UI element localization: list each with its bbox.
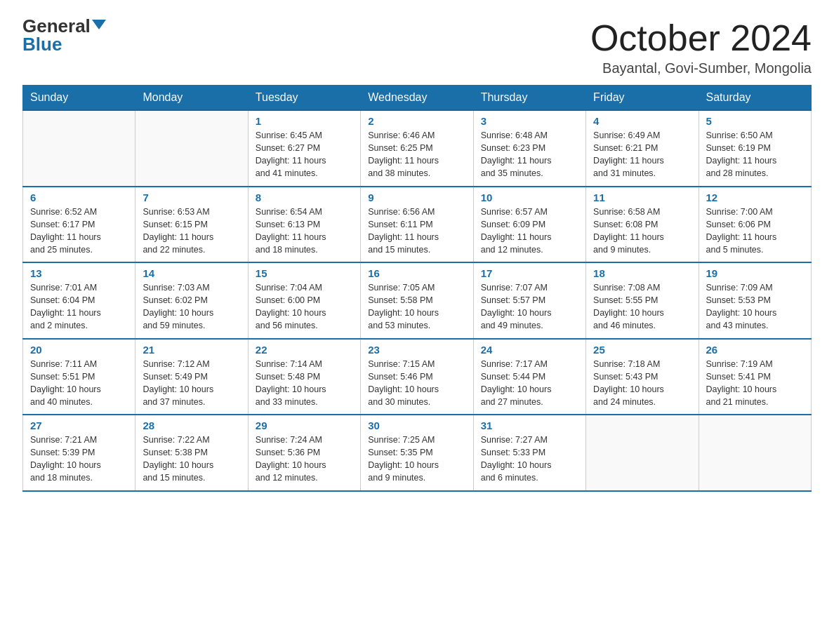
table-row: 10Sunrise: 6:57 AMSunset: 6:09 PMDayligh… [473, 187, 585, 263]
table-row: 25Sunrise: 7:18 AMSunset: 5:43 PMDayligh… [586, 339, 699, 415]
logo-triangle-icon [92, 20, 106, 29]
day-info: Sunrise: 6:46 AMSunset: 6:25 PMDaylight:… [368, 129, 465, 180]
day-info: Sunrise: 7:07 AMSunset: 5:57 PMDaylight:… [481, 281, 578, 333]
table-row: 7Sunrise: 6:53 AMSunset: 6:15 PMDaylight… [135, 187, 248, 263]
day-info: Sunrise: 7:18 AMSunset: 5:43 PMDaylight:… [593, 358, 691, 409]
day-info: Sunrise: 6:57 AMSunset: 6:09 PMDaylight:… [481, 206, 578, 257]
day-number: 4 [593, 115, 691, 127]
day-number: 8 [256, 192, 353, 203]
day-info: Sunrise: 7:22 AMSunset: 5:38 PMDaylight:… [143, 434, 240, 485]
header-tuesday: Tuesday [248, 86, 360, 111]
table-row [23, 110, 135, 187]
table-row: 3Sunrise: 6:48 AMSunset: 6:23 PMDaylight… [473, 110, 585, 187]
table-row: 31Sunrise: 7:27 AMSunset: 5:33 PMDayligh… [473, 415, 585, 491]
day-number: 18 [593, 267, 691, 279]
table-row: 15Sunrise: 7:04 AMSunset: 6:00 PMDayligh… [248, 262, 360, 339]
calendar-week-row: 6Sunrise: 6:52 AMSunset: 6:17 PMDaylight… [23, 187, 812, 263]
calendar-header-row: Sunday Monday Tuesday Wednesday Thursday… [23, 86, 812, 111]
table-row: 13Sunrise: 7:01 AMSunset: 6:04 PMDayligh… [23, 262, 135, 339]
table-row: 2Sunrise: 6:46 AMSunset: 6:25 PMDaylight… [361, 110, 473, 187]
table-row: 5Sunrise: 6:50 AMSunset: 6:19 PMDaylight… [699, 110, 811, 187]
day-number: 12 [706, 192, 804, 203]
day-number: 11 [593, 192, 691, 203]
day-number: 19 [706, 267, 804, 279]
page-header: General Blue October 2024 Bayantal, Govi… [22, 17, 812, 76]
day-number: 29 [256, 420, 353, 431]
day-info: Sunrise: 7:25 AMSunset: 5:35 PMDaylight:… [368, 434, 465, 485]
day-number: 2 [368, 115, 465, 127]
calendar-title: October 2024 [590, 17, 812, 59]
calendar-table: Sunday Monday Tuesday Wednesday Thursday… [22, 85, 812, 492]
header-wednesday: Wednesday [361, 86, 473, 111]
header-thursday: Thursday [473, 86, 585, 111]
day-number: 1 [256, 115, 353, 127]
logo-general-text: General [22, 17, 91, 35]
day-info: Sunrise: 7:04 AMSunset: 6:00 PMDaylight:… [256, 281, 353, 333]
day-number: 27 [30, 420, 128, 431]
day-info: Sunrise: 7:14 AMSunset: 5:48 PMDaylight:… [256, 358, 353, 409]
day-info: Sunrise: 6:58 AMSunset: 6:08 PMDaylight:… [593, 206, 691, 257]
day-number: 9 [368, 192, 465, 203]
day-info: Sunrise: 7:12 AMSunset: 5:49 PMDaylight:… [143, 358, 240, 409]
title-block: October 2024 Bayantal, Govi-Sumber, Mong… [590, 17, 812, 76]
day-info: Sunrise: 7:27 AMSunset: 5:33 PMDaylight:… [481, 434, 578, 485]
day-number: 24 [481, 344, 578, 356]
table-row: 28Sunrise: 7:22 AMSunset: 5:38 PMDayligh… [135, 415, 248, 491]
table-row: 22Sunrise: 7:14 AMSunset: 5:48 PMDayligh… [248, 339, 360, 415]
day-number: 20 [30, 344, 128, 356]
header-monday: Monday [135, 86, 248, 111]
table-row: 9Sunrise: 6:56 AMSunset: 6:11 PMDaylight… [361, 187, 473, 263]
table-row: 27Sunrise: 7:21 AMSunset: 5:39 PMDayligh… [23, 415, 135, 491]
calendar-location: Bayantal, Govi-Sumber, Mongolia [590, 60, 812, 76]
table-row: 1Sunrise: 6:45 AMSunset: 6:27 PMDaylight… [248, 110, 360, 187]
day-number: 31 [481, 420, 578, 431]
calendar-week-row: 27Sunrise: 7:21 AMSunset: 5:39 PMDayligh… [23, 415, 812, 491]
day-info: Sunrise: 6:50 AMSunset: 6:19 PMDaylight:… [706, 129, 804, 180]
table-row: 16Sunrise: 7:05 AMSunset: 5:58 PMDayligh… [361, 262, 473, 339]
table-row: 12Sunrise: 7:00 AMSunset: 6:06 PMDayligh… [699, 187, 811, 263]
table-row: 4Sunrise: 6:49 AMSunset: 6:21 PMDaylight… [586, 110, 699, 187]
table-row: 29Sunrise: 7:24 AMSunset: 5:36 PMDayligh… [248, 415, 360, 491]
day-number: 10 [481, 192, 578, 203]
table-row: 6Sunrise: 6:52 AMSunset: 6:17 PMDaylight… [23, 187, 135, 263]
day-info: Sunrise: 7:03 AMSunset: 6:02 PMDaylight:… [143, 281, 240, 333]
table-row: 14Sunrise: 7:03 AMSunset: 6:02 PMDayligh… [135, 262, 248, 339]
day-info: Sunrise: 7:15 AMSunset: 5:46 PMDaylight:… [368, 358, 465, 409]
day-info: Sunrise: 7:11 AMSunset: 5:51 PMDaylight:… [30, 358, 128, 409]
day-info: Sunrise: 7:19 AMSunset: 5:41 PMDaylight:… [706, 358, 804, 409]
table-row: 19Sunrise: 7:09 AMSunset: 5:53 PMDayligh… [699, 262, 811, 339]
table-row: 18Sunrise: 7:08 AMSunset: 5:55 PMDayligh… [586, 262, 699, 339]
day-number: 7 [143, 192, 240, 203]
day-number: 3 [481, 115, 578, 127]
day-info: Sunrise: 7:01 AMSunset: 6:04 PMDaylight:… [30, 281, 128, 333]
day-info: Sunrise: 7:17 AMSunset: 5:44 PMDaylight:… [481, 358, 578, 409]
day-info: Sunrise: 6:49 AMSunset: 6:21 PMDaylight:… [593, 129, 691, 180]
day-number: 6 [30, 192, 128, 203]
day-number: 25 [593, 344, 691, 356]
day-number: 21 [143, 344, 240, 356]
day-number: 16 [368, 267, 465, 279]
table-row: 20Sunrise: 7:11 AMSunset: 5:51 PMDayligh… [23, 339, 135, 415]
table-row: 11Sunrise: 6:58 AMSunset: 6:08 PMDayligh… [586, 187, 699, 263]
day-number: 28 [143, 420, 240, 431]
day-info: Sunrise: 6:56 AMSunset: 6:11 PMDaylight:… [368, 206, 465, 257]
table-row: 21Sunrise: 7:12 AMSunset: 5:49 PMDayligh… [135, 339, 248, 415]
day-info: Sunrise: 7:05 AMSunset: 5:58 PMDaylight:… [368, 281, 465, 333]
logo-blue-text: Blue [22, 34, 62, 55]
header-sunday: Sunday [23, 86, 135, 111]
table-row: 26Sunrise: 7:19 AMSunset: 5:41 PMDayligh… [699, 339, 811, 415]
calendar-week-row: 13Sunrise: 7:01 AMSunset: 6:04 PMDayligh… [23, 262, 812, 339]
header-friday: Friday [586, 86, 699, 111]
day-info: Sunrise: 7:24 AMSunset: 5:36 PMDaylight:… [256, 434, 353, 485]
table-row [699, 415, 811, 491]
day-info: Sunrise: 7:08 AMSunset: 5:55 PMDaylight:… [593, 281, 691, 333]
table-row: 17Sunrise: 7:07 AMSunset: 5:57 PMDayligh… [473, 262, 585, 339]
day-info: Sunrise: 7:21 AMSunset: 5:39 PMDaylight:… [30, 434, 128, 485]
day-info: Sunrise: 7:09 AMSunset: 5:53 PMDaylight:… [706, 281, 804, 333]
day-number: 13 [30, 267, 128, 279]
calendar-week-row: 1Sunrise: 6:45 AMSunset: 6:27 PMDaylight… [23, 110, 812, 187]
logo: General Blue [22, 17, 106, 53]
day-number: 30 [368, 420, 465, 431]
day-number: 5 [706, 115, 804, 127]
day-info: Sunrise: 6:45 AMSunset: 6:27 PMDaylight:… [256, 129, 353, 180]
